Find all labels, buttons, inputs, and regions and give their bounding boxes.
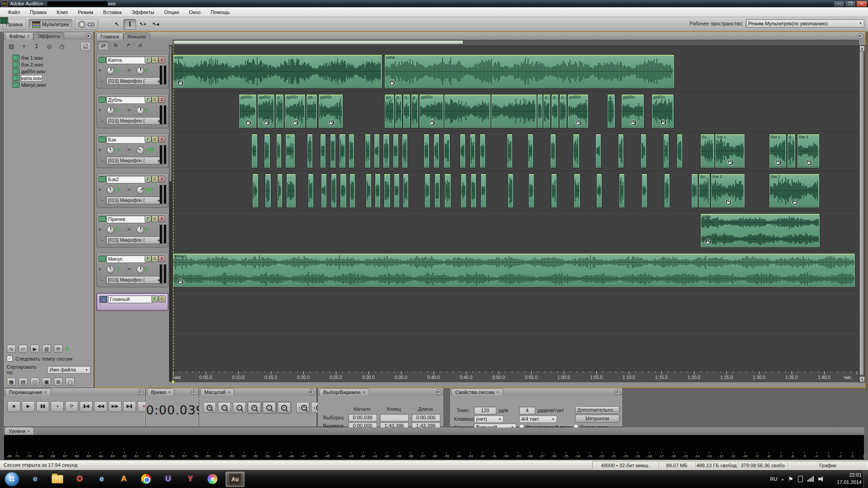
audio-clip[interactable] — [491, 94, 537, 128]
clip-lock-icon[interactable] — [429, 119, 436, 126]
clip-lock-icon[interactable] — [775, 159, 782, 166]
track-header-Каппа[interactable]: КаппаГСЗılıl2‖◦‖0→[01S] Микрофон (▶ — [96, 54, 169, 89]
vertical-scrollbar[interactable]: ▲ ▼ — [859, 45, 865, 383]
sort-dropdown[interactable]: Имя файла▼ — [47, 366, 90, 374]
volume-knob[interactable] — [107, 107, 114, 114]
clip-lock-icon[interactable] — [660, 119, 667, 126]
pan-knob[interactable] — [137, 146, 144, 154]
taskbar-app-app-a[interactable]: A — [115, 472, 133, 486]
move-copy-clip-tool[interactable]: ⇄ — [97, 41, 109, 50]
audio-clip[interactable] — [425, 174, 430, 207]
audio-clip[interactable] — [445, 174, 451, 207]
audio-clip[interactable] — [460, 134, 465, 168]
taskbar-app-internet-explorer[interactable]: e — [26, 472, 44, 486]
audio-clip[interactable]: б... — [788, 134, 795, 168]
audio-clip[interactable] — [340, 174, 346, 207]
volume-value[interactable]: -9 — [115, 147, 119, 153]
filter-misc-icon[interactable]: ▢ — [66, 378, 75, 386]
close-button[interactable]: × — [856, 0, 867, 7]
action-center-flag-icon[interactable]: ⚑ — [788, 476, 793, 483]
audio-clip[interactable] — [424, 134, 429, 168]
file-item[interactable]: капа.wav — [6, 75, 91, 81]
audio-clip[interactable]: да... — [385, 94, 394, 128]
audio-clip[interactable] — [508, 174, 513, 207]
track-mute-button[interactable]: Г — [145, 56, 151, 63]
audio-clip[interactable] — [277, 134, 281, 168]
audio-clip[interactable] — [375, 174, 380, 207]
audio-clip[interactable] — [308, 174, 313, 207]
audio-clip[interactable] — [253, 174, 258, 207]
envelope-tool[interactable]: ↱ — [123, 41, 133, 49]
time-selection-tool[interactable]: I — [123, 19, 136, 30]
start-button[interactable] — [5, 472, 19, 487]
zoom-selection-left-button[interactable]: + — [248, 402, 261, 413]
tempo-field[interactable]: 120 — [474, 407, 496, 414]
rewind-button[interactable]: ◀◀ — [94, 401, 107, 412]
audio-clip[interactable] — [641, 134, 646, 168]
pan-value[interactable]: 0 — [145, 227, 148, 232]
audio-clip[interactable]: бэк 2 — [711, 174, 745, 207]
track-mute-button[interactable]: Г — [145, 136, 151, 143]
loop-play-button[interactable]: ⟳ — [65, 401, 78, 412]
fx-rack-button[interactable]: fx — [110, 41, 121, 49]
playhead[interactable] — [173, 45, 174, 382]
menu-item-9[interactable]: Помощь — [206, 8, 235, 16]
audio-clip[interactable]: даббл — [319, 94, 343, 128]
audio-clip[interactable] — [403, 174, 408, 207]
audio-clip[interactable]: б... — [286, 134, 295, 168]
audio-clip[interactable]: даббл — [239, 94, 256, 128]
tab-transport[interactable]: Перемещение× — [5, 388, 51, 396]
audio-clip[interactable] — [402, 134, 407, 168]
audio-clip[interactable] — [551, 134, 556, 168]
tab-files[interactable]: Файлы× — [5, 32, 33, 40]
track-name-field[interactable]: Дубль — [106, 96, 147, 104]
play-button[interactable]: ▶ — [22, 401, 35, 412]
taskbar-app-utorrent[interactable]: U — [159, 472, 177, 486]
close-tab-icon[interactable]: × — [496, 389, 499, 396]
meter-dropdown[interactable]: 4/4 такт▼ — [519, 415, 557, 423]
advanced-button[interactable]: Дополнительно... — [575, 406, 619, 414]
zoom-selection-right-button[interactable]: − — [278, 402, 291, 413]
preview-autoplay-icon[interactable]: ∿ — [7, 345, 16, 353]
meters-button[interactable]: ılı — [135, 41, 146, 49]
input-source-dropdown[interactable]: [01S] Микрофон (▶ — [106, 276, 162, 284]
filter-wave-icon[interactable]: ▤ — [19, 378, 28, 386]
menu-item-5[interactable]: Вставка — [98, 8, 127, 16]
follow-tempo-checkbox[interactable]: ✓ — [7, 356, 13, 361]
track-record-button[interactable]: З — [158, 96, 165, 103]
close-tab-icon[interactable]: × — [27, 33, 29, 40]
audio-clip[interactable]: д... — [411, 94, 418, 128]
clip-lock-icon[interactable] — [177, 278, 184, 285]
tab-time[interactable]: Время× — [147, 388, 175, 396]
audio-clip[interactable] — [574, 174, 580, 207]
audio-clip[interactable]: даббл — [420, 94, 443, 128]
audio-clip[interactable] — [374, 134, 379, 168]
pan-value[interactable]: -100 — [145, 147, 154, 153]
clip-lock-icon[interactable] — [806, 159, 812, 166]
beats-field[interactable]: 4 — [519, 407, 535, 414]
track-mute-button[interactable]: Г — [145, 255, 151, 262]
panel-menu-icon[interactable]: ▶ — [309, 389, 315, 395]
close-tab-icon[interactable]: × — [228, 389, 230, 396]
menu-item-1[interactable]: Файл — [3, 8, 25, 16]
track-name-field[interactable]: Припев — [106, 216, 147, 223]
track-mute-button[interactable]: Г — [145, 176, 151, 183]
workspace-dropdown[interactable]: Режим Мультитрек(по умолчанию)▼ — [746, 19, 864, 28]
time-display[interactable]: 0:00.039 — [146, 403, 198, 417]
audio-clip[interactable] — [471, 174, 476, 207]
audio-clip[interactable]: капа — [173, 55, 382, 88]
audio-clip[interactable]: д... — [403, 94, 410, 128]
clip-lock-icon[interactable] — [389, 80, 396, 86]
track-solo-button[interactable]: С — [151, 136, 158, 143]
input-source-dropdown[interactable]: [01S] Микрофон (▶ — [106, 117, 162, 125]
track-solo-button[interactable]: С — [151, 176, 158, 183]
audio-clip[interactable]: бэк 1 — [715, 134, 745, 168]
audio-clip[interactable]: д... — [560, 94, 566, 128]
audio-clip[interactable] — [596, 134, 601, 168]
audio-clip[interactable]: бэк 2 — [769, 174, 819, 207]
zoom-out-full-button[interactable]: · — [233, 402, 246, 413]
clip-lock-icon[interactable] — [792, 199, 798, 206]
audio-clip[interactable] — [330, 134, 335, 168]
audio-clip[interactable]: бэ... — [701, 134, 714, 168]
taskbar-app-adobe-audition[interactable]: Au — [226, 472, 245, 487]
